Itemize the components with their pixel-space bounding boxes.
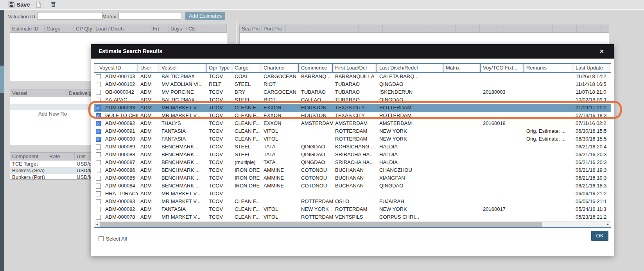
table-row[interactable]: ✓GULF TO CHINAADMMR MARKET V...TCOVCLEAN… [94, 112, 611, 119]
table-row[interactable]: ✓ADM-000092ADMTHALYSTCOVCLEAN F...EXXONA… [94, 119, 611, 127]
row-checkbox[interactable] [96, 82, 101, 87]
table-row[interactable]: ADM-000086ADMBENCHMARK ...TCOVIRON OREAM… [94, 166, 611, 174]
close-icon[interactable]: × [600, 44, 604, 59]
row-checkbox[interactable] [96, 199, 101, 204]
bg-estimates-header-cell: TCE [183, 25, 201, 32]
row-cell: TCOV [206, 119, 232, 127]
row-checkbox[interactable]: ✓ [96, 113, 101, 118]
results-column-header[interactable]: Commence [299, 64, 333, 72]
row-checkbox[interactable]: ✓ [96, 121, 101, 126]
valuation-id-input[interactable] [37, 12, 103, 20]
row-checkbox[interactable] [96, 176, 101, 181]
row-cell: COAL [232, 73, 261, 80]
select-all-checkbox[interactable]: Select All [99, 236, 127, 242]
ok-button[interactable]: OK [591, 231, 608, 241]
add-new-row-link[interactable]: Add New Ro [38, 111, 67, 117]
results-column-header[interactable]: Opr Type [206, 64, 232, 72]
new-document-button[interactable] [36, 1, 41, 8]
row-cell: ADM-000082 [103, 205, 138, 213]
row-cell [299, 127, 333, 135]
row-cell: 06/06/16 21:1 [573, 198, 610, 205]
results-column-header[interactable]: Voy/TCO Fixt... [481, 64, 524, 72]
bg-estimates-header-cell: Days [169, 25, 183, 32]
row-cell: FANTASIA [159, 127, 206, 135]
table-row[interactable]: ADM-000088ADMBENCHMARK ...TCOVSTEELTATAQ… [94, 151, 611, 159]
table-row[interactable]: ADM-000084ADMBENCHMARK ...TCOVIRON OREAM… [94, 182, 611, 190]
row-checkbox[interactable] [96, 152, 101, 157]
row-cell: ADM [138, 96, 159, 104]
horizontal-scrollbar[interactable]: ◄ ► [94, 221, 611, 227]
add-estimates-button[interactable]: Add Estimates [185, 12, 225, 20]
row-cell [261, 198, 299, 205]
row-cell [481, 112, 524, 119]
row-cell [443, 159, 481, 166]
row-checkbox[interactable] [96, 191, 101, 196]
table-row[interactable]: ADM-000103ADMBALTIC PMAXTCOVCOALCARGOCEA… [94, 73, 611, 80]
table-row[interactable]: SA-APACADMBALTIC PMAXTCOVSTEELRIOTCALLAO… [94, 96, 611, 104]
table-row[interactable]: ADM-000083ADMMR MARKET V...TCOVCLEAN F..… [94, 198, 611, 205]
scrollbar-thumb[interactable] [100, 222, 542, 227]
row-cell [524, 174, 573, 182]
row-cell: 05/24/16 11:3 [573, 205, 610, 213]
results-column-header[interactable]: Last Disch/Redel [377, 64, 443, 72]
results-column-header[interactable]: Matrix [443, 64, 481, 72]
results-column-header[interactable]: Cargo [232, 64, 261, 72]
row-checkbox[interactable] [96, 207, 101, 212]
results-column-header[interactable]: Vessel [159, 64, 206, 72]
bg-estimates-header-cell: Estimate ID [10, 25, 45, 32]
row-checkbox[interactable]: ✓ [96, 137, 101, 142]
results-column-header[interactable]: Charterer [261, 64, 299, 72]
row-cell [299, 190, 333, 198]
results-column-header[interactable]: Last Update [573, 64, 610, 72]
table-row[interactable]: ADM-000082ADMFANTASIATCOVCLEAN F...VITOL… [94, 205, 611, 213]
row-cell: KOHSICHANG ... [333, 143, 377, 151]
table-row[interactable]: ADM-000085ADMBENCHMARK ...TCOVIRON OREAM… [94, 174, 611, 182]
row-cell: 10/02/18 09:1 [573, 96, 610, 104]
row-checkbox[interactable] [96, 144, 101, 150]
row-cell: NEW YORK [377, 127, 443, 135]
scroll-right-icon[interactable]: ► [605, 221, 611, 227]
checkbox-icon[interactable] [99, 236, 104, 241]
estimates-table-header: Estimate IDCargoCP QtyLoad / Disch.Frt.D… [10, 25, 227, 33]
row-checkbox[interactable] [96, 168, 101, 173]
row-checkbox[interactable] [96, 90, 101, 95]
row-cell: ADM [138, 88, 159, 96]
row-checkbox[interactable] [96, 160, 101, 165]
sidebar-active-tab[interactable] [0, 66, 4, 93]
row-cell: ADM [138, 104, 159, 112]
table-row[interactable]: ✓ADM-000091ADMFANTASIATCOVCLEAN F...VITO… [94, 127, 611, 135]
results-column-header[interactable]: Remarks [524, 64, 573, 72]
row-cell: TUBARAO [333, 88, 377, 96]
row-checkbox[interactable]: ✓ [96, 129, 101, 134]
table-row[interactable]: ADM-000089ADMBENCHMARK ...TCOVSTEELTATAQ… [94, 143, 611, 151]
row-checkbox[interactable] [96, 74, 101, 79]
table-row[interactable]: ADM-000087ADMBENCHMARK ...TCOV(multiple)… [94, 159, 611, 166]
row-checkbox[interactable] [96, 98, 101, 103]
matrix-label: Matrix [97, 14, 116, 20]
left-sidebar [0, 10, 4, 271]
table-row[interactable]: HRA - PIRACY ...ADMMR MARKET V...TCOV06/… [94, 190, 611, 198]
save-button[interactable]: Save [9, 1, 30, 8]
table-row[interactable]: ✓ADM-000093ADMMR MARKET V...TCOVCLEAN F.… [94, 104, 611, 112]
table-row[interactable]: OB-0000042ADMMV PORCINETCOVDRYCARGOCEANT… [94, 88, 611, 96]
row-checkbox[interactable]: ✓ [96, 105, 101, 111]
matrix-input[interactable] [118, 12, 181, 20]
table-row[interactable]: ADM-000102ADMMV AEOLIAN VI...RELTSTEELRI… [94, 80, 611, 88]
table-row[interactable]: ✓ADM-000090ADMFANTASIATCOVCLEAN F...VITO… [94, 135, 611, 143]
delete-button[interactable] [51, 1, 56, 8]
bg-estimates-header-cell [201, 25, 227, 32]
row-cell: ADM-000083 [103, 198, 138, 205]
row-cell: TCOV [206, 135, 232, 143]
results-column-header[interactable]: User [138, 64, 159, 72]
save-icon [9, 2, 14, 7]
component-header-cell: Rate [47, 153, 75, 160]
row-cell: NEW YORK [377, 205, 443, 213]
row-cell [481, 182, 524, 190]
row-checkbox[interactable] [96, 184, 101, 189]
row-cell: ADM [138, 143, 159, 151]
table-row[interactable]: ADM-000078ADMMR MARKET V...TCOVCLEAN F..… [94, 213, 611, 221]
row-checkbox[interactable] [96, 215, 101, 220]
results-column-header[interactable]: Voyest ID [94, 64, 138, 72]
results-column-header[interactable]: First Load/Del [333, 64, 377, 72]
scroll-left-icon[interactable]: ◄ [94, 221, 100, 227]
